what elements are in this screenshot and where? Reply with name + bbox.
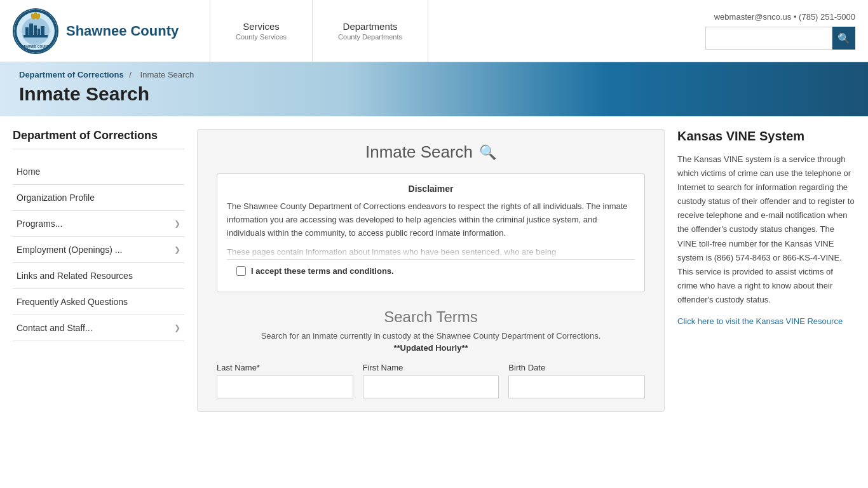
last-name-input[interactable] bbox=[217, 376, 353, 398]
page-banner: Department of Corrections / Inmate Searc… bbox=[0, 62, 868, 116]
vine-description: The Kansas VINE system is a service thro… bbox=[677, 152, 855, 307]
svg-text:SHAWNEE COUNTY: SHAWNEE COUNTY bbox=[20, 44, 51, 48]
header-search-input[interactable] bbox=[705, 27, 832, 50]
main-container: Department of Corrections Home Organizat… bbox=[0, 116, 868, 437]
nav-services[interactable]: Services County Services bbox=[210, 0, 313, 62]
nav-departments-sub: County Departments bbox=[338, 33, 402, 41]
svg-rect-4 bbox=[29, 24, 33, 36]
sidebar-item-faq[interactable]: Frequently Asked Questions bbox=[13, 289, 184, 315]
header-right: webmaster@snco.us • (785) 251-5000 🔍 bbox=[705, 12, 868, 50]
svg-text:KANSAS: KANSAS bbox=[31, 49, 41, 52]
chevron-right-icon: ❯ bbox=[174, 219, 180, 228]
search-fields: Last Name* First Name Birth Date bbox=[217, 363, 645, 398]
chevron-right-icon: ❯ bbox=[174, 245, 180, 254]
disclaimer-text: The Shawnee County Department of Correct… bbox=[227, 200, 635, 259]
site-logo: SHAWNEE COUNTY KANSAS bbox=[13, 8, 58, 54]
nav-services-label: Services bbox=[243, 21, 280, 32]
disclaimer-box: Disclaimer The Shawnee County Department… bbox=[217, 173, 645, 292]
sidebar-item-contact[interactable]: Contact and Staff... ❯ bbox=[13, 315, 184, 341]
updated-hourly-label: **Updated Hourly** bbox=[217, 343, 645, 353]
vine-title: Kansas VINE System bbox=[677, 129, 855, 144]
main-nav: Services County Services Departments Cou… bbox=[210, 0, 428, 62]
sidebar: Department of Corrections Home Organizat… bbox=[13, 129, 184, 424]
list-item: Programs... ❯ bbox=[13, 211, 184, 237]
breadcrumb-link[interactable]: Department of Corrections bbox=[19, 70, 124, 79]
sidebar-nav: Home Organization Profile Programs... ❯ … bbox=[13, 159, 184, 341]
search-terms-title: Search Terms bbox=[217, 308, 645, 326]
disclaimer-title: Disclaimer bbox=[227, 184, 635, 194]
accept-terms-label: I accept these terms and conditions. bbox=[251, 266, 394, 276]
accept-terms-row: I accept these terms and conditions. bbox=[227, 259, 635, 282]
list-item: Contact and Staff... ❯ bbox=[13, 315, 184, 341]
breadcrumb-separator: / bbox=[129, 70, 133, 79]
inmate-search-box: Inmate Search 🔍 Disclaimer The Shawnee C… bbox=[197, 129, 665, 412]
search-terms-section: Search Terms Search for an inmate curren… bbox=[217, 302, 645, 398]
first-name-label: First Name bbox=[363, 363, 499, 372]
svg-rect-7 bbox=[41, 26, 44, 36]
nav-departments-label: Departments bbox=[343, 21, 398, 32]
list-item: Home bbox=[13, 159, 184, 185]
content-area: Inmate Search 🔍 Disclaimer The Shawnee C… bbox=[197, 129, 665, 424]
birth-date-label: Birth Date bbox=[508, 363, 645, 372]
contact-info: webmaster@snco.us • (785) 251-5000 bbox=[714, 12, 855, 22]
breadcrumb-current: Inmate Search bbox=[140, 70, 194, 79]
sidebar-item-links[interactable]: Links and Related Resources bbox=[13, 263, 184, 288]
last-name-field-group: Last Name* bbox=[217, 363, 353, 398]
logo-svg: SHAWNEE COUNTY KANSAS bbox=[14, 10, 57, 53]
nav-departments[interactable]: Departments County Departments bbox=[313, 0, 428, 62]
list-item: Employment (Openings) ... ❯ bbox=[13, 237, 184, 263]
svg-rect-3 bbox=[25, 27, 29, 36]
nav-services-sub: County Services bbox=[236, 33, 287, 41]
sidebar-item-employment[interactable]: Employment (Openings) ... ❯ bbox=[13, 237, 184, 262]
first-name-input[interactable] bbox=[363, 376, 499, 398]
sidebar-title: Department of Corrections bbox=[13, 129, 184, 149]
last-name-label: Last Name* bbox=[217, 363, 353, 372]
birth-date-input[interactable] bbox=[508, 376, 645, 398]
svg-rect-5 bbox=[34, 25, 37, 36]
list-item: Links and Related Resources bbox=[13, 263, 184, 289]
right-panel: Kansas VINE System The Kansas VINE syste… bbox=[677, 129, 855, 424]
sidebar-item-home[interactable]: Home bbox=[13, 159, 184, 184]
site-title-text: Shawnee County bbox=[66, 23, 179, 39]
page-title: Inmate Search bbox=[19, 83, 849, 105]
accept-terms-checkbox[interactable] bbox=[236, 266, 246, 276]
search-icon: 🔍 bbox=[837, 32, 850, 44]
list-item: Frequently Asked Questions bbox=[13, 289, 184, 315]
chevron-right-icon: ❯ bbox=[174, 323, 180, 332]
vine-link[interactable]: Click here to visit the Kansas VINE Reso… bbox=[677, 316, 843, 326]
svg-rect-8 bbox=[24, 35, 48, 37]
site-header: SHAWNEE COUNTY KANSAS Shawnee County Ser… bbox=[0, 0, 868, 62]
search-magnifier-icon: 🔍 bbox=[479, 144, 496, 161]
birth-date-field-group: Birth Date bbox=[508, 363, 645, 398]
sidebar-item-programs[interactable]: Programs... ❯ bbox=[13, 211, 184, 236]
sidebar-item-organization-profile[interactable]: Organization Profile bbox=[13, 185, 184, 210]
header-search-button[interactable]: 🔍 bbox=[832, 27, 855, 50]
first-name-field-group: First Name bbox=[363, 363, 499, 398]
breadcrumb: Department of Corrections / Inmate Searc… bbox=[19, 70, 849, 79]
inmate-search-title: Inmate Search 🔍 bbox=[217, 142, 645, 162]
list-item: Organization Profile bbox=[13, 185, 184, 211]
logo-area: SHAWNEE COUNTY KANSAS Shawnee County bbox=[0, 8, 210, 54]
header-search-bar: 🔍 bbox=[705, 27, 855, 50]
search-terms-desc: Search for an inmate currently in custod… bbox=[217, 331, 645, 341]
